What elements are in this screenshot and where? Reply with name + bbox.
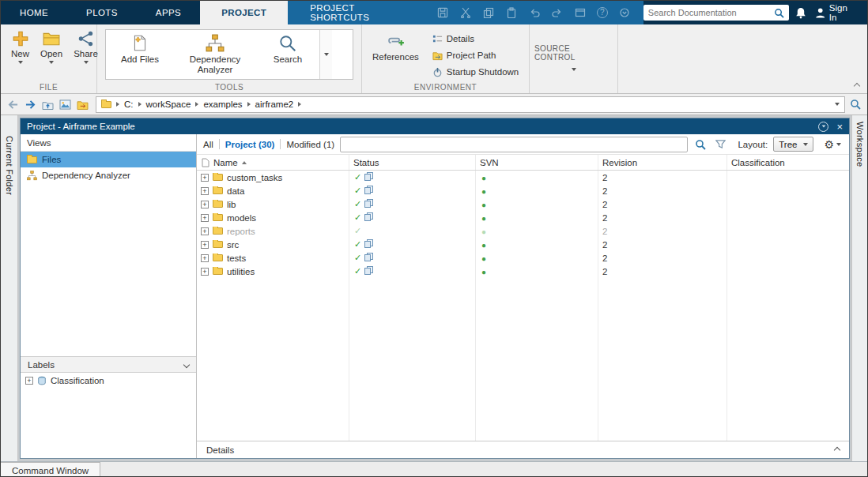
toolstrip-tab-bar: HOME PLOTS APPS PROJECT PROJECT SHORTCUT…: [1, 1, 867, 24]
expand-icon[interactable]: +: [201, 187, 209, 195]
column-svn[interactable]: SVN: [475, 158, 598, 167]
open-button[interactable]: Open: [35, 27, 68, 67]
tab-project[interactable]: PROJECT: [200, 1, 288, 24]
table-row[interactable]: +reports ✓ ● 2: [197, 224, 849, 238]
collapse-ribbon-icon[interactable]: [854, 83, 860, 89]
table-row[interactable]: +data ✓ ● 2: [197, 184, 849, 197]
share-dropdown-icon[interactable]: [84, 61, 89, 64]
tab-home[interactable]: HOME: [1, 1, 67, 24]
file-name: models: [227, 213, 256, 223]
tab-plots[interactable]: PLOTS: [67, 1, 137, 24]
column-classification[interactable]: Classification: [726, 158, 849, 167]
table-row[interactable]: +models ✓ ● 2: [197, 211, 849, 224]
new-button[interactable]: New: [6, 27, 35, 67]
project-path-menu-item[interactable]: Project Path: [432, 48, 519, 62]
table-row[interactable]: +lib ✓ ● 2: [197, 197, 849, 211]
sidebar-item-files[interactable]: Files: [21, 152, 196, 167]
save-icon[interactable]: [436, 6, 449, 19]
back-icon[interactable]: [6, 97, 20, 111]
qat-menu-icon[interactable]: [618, 6, 631, 19]
column-name[interactable]: Name: [213, 158, 238, 167]
switch-window-icon[interactable]: [574, 6, 587, 19]
expand-icon[interactable]: +: [201, 254, 209, 262]
details-menu-item[interactable]: Details: [432, 32, 519, 46]
startup-shutdown-menu-item[interactable]: Startup Shutdown: [432, 65, 519, 79]
breadcrumb-dropdown-icon[interactable]: [835, 103, 840, 106]
filter-all[interactable]: All: [203, 140, 213, 149]
filter-project[interactable]: Project (30): [225, 140, 275, 149]
view-options-button[interactable]: ⚙: [824, 139, 841, 150]
doc-search-icon[interactable]: [772, 6, 786, 20]
undo-icon[interactable]: [528, 6, 541, 19]
expand-icon[interactable]: +: [25, 377, 33, 385]
copy-icon[interactable]: [482, 6, 495, 19]
expand-icon[interactable]: +: [201, 241, 209, 249]
revision-value: 2: [598, 267, 726, 276]
forward-icon[interactable]: [23, 97, 37, 111]
file-filter-input[interactable]: [340, 137, 688, 152]
preview-icon[interactable]: [58, 97, 72, 111]
label-item-classification[interactable]: + Classification: [21, 373, 196, 389]
panel-close-icon[interactable]: ×: [836, 122, 843, 132]
tab-apps[interactable]: APPS: [137, 1, 200, 24]
column-status[interactable]: Status: [349, 158, 475, 167]
dependency-analyzer-button[interactable]: Dependency Analyzer: [174, 30, 256, 79]
layout-select[interactable]: Tree: [773, 137, 813, 152]
expand-icon[interactable]: +: [201, 174, 209, 182]
filter-modified[interactable]: Modified (1): [286, 140, 334, 149]
workspace-side-tab[interactable]: Workspace: [851, 115, 867, 461]
redo-icon[interactable]: [551, 6, 564, 19]
breadcrumb-segment[interactable]: workSpace: [146, 100, 191, 109]
sign-in-button[interactable]: Sign In: [816, 1, 856, 24]
expand-icon[interactable]: +: [201, 214, 209, 222]
project-ribbon: New Open Share FILE Add Files: [1, 24, 867, 94]
breadcrumb-segment[interactable]: airframe2: [255, 100, 294, 109]
documentation-search-input[interactable]: [648, 8, 772, 17]
quick-access-toolbar: ?: [424, 1, 643, 24]
command-window-tab[interactable]: Command Window: [1, 462, 100, 477]
table-row[interactable]: +custom_tasks ✓ ● 2: [197, 171, 849, 184]
filter-funnel-icon[interactable]: [713, 137, 727, 152]
expand-icon[interactable]: +: [201, 268, 209, 276]
svn-status-icon: ●: [481, 214, 486, 223]
column-revision[interactable]: Revision: [598, 158, 726, 167]
labels-header[interactable]: Labels: [21, 356, 196, 373]
tools-search-button[interactable]: Search: [256, 30, 319, 79]
paste-icon[interactable]: [505, 6, 518, 19]
expand-icon[interactable]: +: [201, 227, 209, 235]
table-row[interactable]: +tests ✓ ● 2: [197, 251, 849, 265]
source-control-button[interactable]: SOURCE CONTROL: [534, 27, 613, 71]
browse-folder-icon[interactable]: [75, 97, 89, 111]
breadcrumb-segment[interactable]: examples: [203, 100, 242, 109]
details-bar[interactable]: Details: [197, 441, 849, 458]
file-name: reports: [227, 227, 255, 236]
help-icon[interactable]: ?: [597, 7, 608, 18]
notifications-bell-icon[interactable]: [795, 1, 806, 24]
details-expand-icon[interactable]: [834, 446, 840, 453]
sidebar-item-dependency-analyzer[interactable]: Dependency Analyzer: [21, 167, 196, 183]
filter-search-icon[interactable]: [693, 137, 708, 152]
table-row[interactable]: +src ✓ ● 2: [197, 238, 849, 251]
sidebar-item-label: Files: [42, 155, 61, 164]
add-files-button[interactable]: Add Files: [106, 30, 174, 79]
status-check-icon: ✓: [354, 267, 361, 276]
expand-icon[interactable]: +: [201, 201, 209, 208]
address-search-icon[interactable]: [848, 97, 862, 111]
panel-menu-icon[interactable]: [818, 122, 828, 132]
table-row[interactable]: +utilities ✓ ● 2: [197, 265, 849, 278]
folder-icon: [213, 214, 223, 221]
tab-project-shortcuts[interactable]: PROJECT SHORTCUTS: [288, 1, 424, 24]
share-icon: [77, 30, 95, 47]
up-one-level-icon[interactable]: [40, 97, 55, 111]
open-dropdown-icon[interactable]: [49, 61, 54, 64]
tools-gallery-dropdown[interactable]: [319, 30, 332, 79]
breadcrumb-drive[interactable]: C:: [124, 100, 134, 109]
current-folder-side-tab[interactable]: Current Folder: [1, 115, 18, 461]
tools-section-caption: TOOLS: [97, 83, 361, 92]
file-type-column-icon[interactable]: [202, 158, 209, 167]
labels-collapse-icon[interactable]: [183, 361, 190, 367]
cut-icon[interactable]: [459, 6, 472, 19]
environment-section-caption: ENVIRONMENT: [362, 83, 529, 92]
new-dropdown-icon[interactable]: [18, 61, 23, 64]
references-button[interactable]: References: [367, 28, 425, 79]
